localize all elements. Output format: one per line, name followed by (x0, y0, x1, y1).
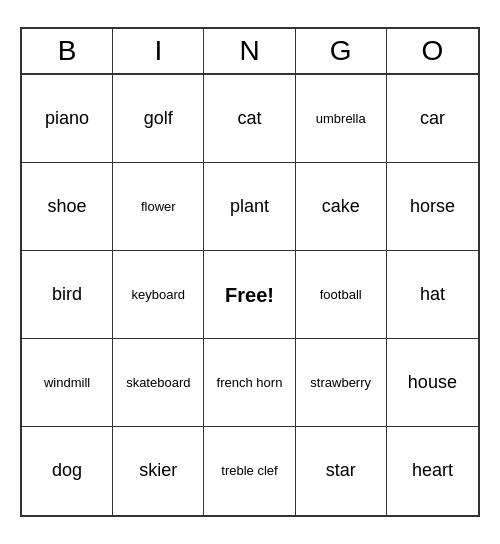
cell-label: golf (144, 108, 173, 130)
bingo-header: BINGO (22, 29, 478, 75)
bingo-cell[interactable]: piano (22, 75, 113, 163)
cell-label: keyboard (132, 287, 185, 303)
cell-label: cake (322, 196, 360, 218)
cell-label: car (420, 108, 445, 130)
header-letter: B (22, 29, 113, 73)
bingo-cell[interactable]: horse (387, 163, 478, 251)
bingo-card: BINGO pianogolfcatumbrellacarshoeflowerp… (20, 27, 480, 517)
cell-label: french horn (217, 375, 283, 391)
cell-label: heart (412, 460, 453, 482)
header-letter: O (387, 29, 478, 73)
bingo-grid: pianogolfcatumbrellacarshoeflowerplantca… (22, 75, 478, 515)
bingo-cell[interactable]: football (296, 251, 387, 339)
cell-label: horse (410, 196, 455, 218)
cell-label: strawberry (310, 375, 371, 391)
bingo-cell[interactable]: cat (204, 75, 295, 163)
bingo-cell[interactable]: golf (113, 75, 204, 163)
bingo-cell[interactable]: car (387, 75, 478, 163)
cell-label: skier (139, 460, 177, 482)
cell-label: windmill (44, 375, 90, 391)
bingo-cell[interactable]: bird (22, 251, 113, 339)
bingo-cell[interactable]: treble clef (204, 427, 295, 515)
header-letter: N (204, 29, 295, 73)
bingo-cell[interactable]: flower (113, 163, 204, 251)
bingo-cell[interactable]: skier (113, 427, 204, 515)
bingo-cell[interactable]: windmill (22, 339, 113, 427)
cell-label: dog (52, 460, 82, 482)
bingo-cell[interactable]: plant (204, 163, 295, 251)
bingo-cell[interactable]: shoe (22, 163, 113, 251)
cell-label: treble clef (221, 463, 277, 479)
bingo-cell[interactable]: strawberry (296, 339, 387, 427)
cell-label: cat (237, 108, 261, 130)
bingo-cell[interactable]: umbrella (296, 75, 387, 163)
bingo-cell[interactable]: skateboard (113, 339, 204, 427)
cell-label: skateboard (126, 375, 190, 391)
header-letter: G (296, 29, 387, 73)
bingo-cell[interactable]: keyboard (113, 251, 204, 339)
cell-label: plant (230, 196, 269, 218)
cell-label: umbrella (316, 111, 366, 127)
cell-label: flower (141, 199, 176, 215)
cell-label: football (320, 287, 362, 303)
cell-label: hat (420, 284, 445, 306)
bingo-cell[interactable]: dog (22, 427, 113, 515)
cell-label: piano (45, 108, 89, 130)
bingo-cell[interactable]: cake (296, 163, 387, 251)
cell-label: house (408, 372, 457, 394)
cell-label: bird (52, 284, 82, 306)
header-letter: I (113, 29, 204, 73)
bingo-cell[interactable]: heart (387, 427, 478, 515)
bingo-cell[interactable]: french horn (204, 339, 295, 427)
cell-label: star (326, 460, 356, 482)
bingo-cell[interactable]: hat (387, 251, 478, 339)
bingo-cell[interactable]: star (296, 427, 387, 515)
bingo-cell[interactable]: Free! (204, 251, 295, 339)
cell-label: shoe (48, 196, 87, 218)
cell-label: Free! (225, 283, 274, 307)
bingo-cell[interactable]: house (387, 339, 478, 427)
